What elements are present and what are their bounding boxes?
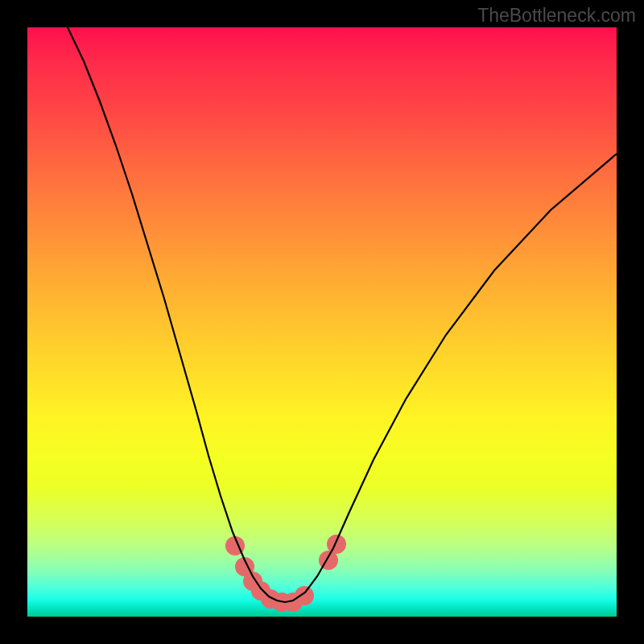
chart-svg (27, 27, 617, 617)
bottleneck-curve (68, 27, 617, 602)
attribution-watermark: TheBottleneck.com (477, 5, 636, 27)
highlight-dot (327, 535, 346, 554)
chart-frame: TheBottleneck.com (0, 0, 644, 644)
highlight-dot (295, 586, 314, 605)
plot-area (27, 27, 617, 617)
highlight-markers (225, 535, 346, 612)
